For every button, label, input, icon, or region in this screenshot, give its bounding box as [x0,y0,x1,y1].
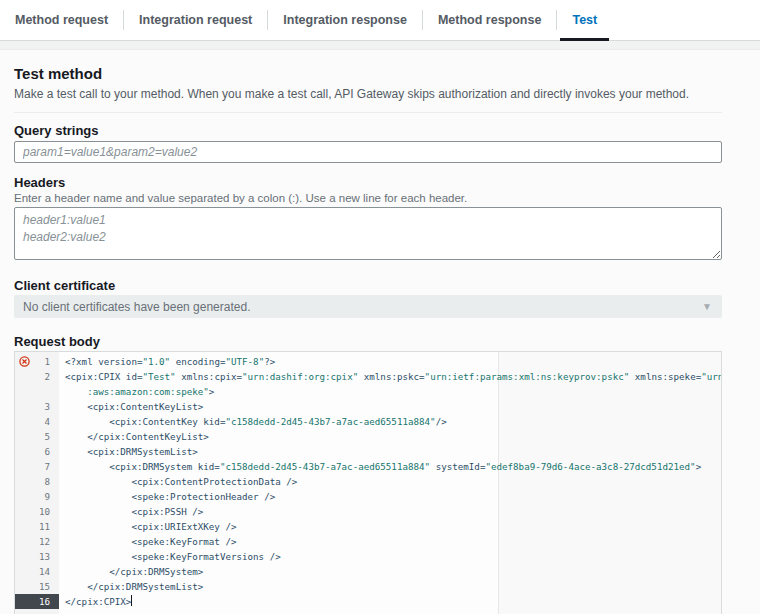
headers-label: Headers [14,175,722,190]
gutter-line-number: 15 [15,579,59,594]
gutter-line-number: 10 [15,504,59,519]
section-divider [14,112,722,113]
code-line-text: <cpix:URIExtXKey /> [59,519,721,534]
gutter-line-number: 3 [15,399,59,414]
code-line-text: <speke:KeyFormat /> [59,534,721,549]
caret-down-icon: ▼ [702,302,712,312]
gutter-line-number: 2 [15,369,59,384]
code-line-16[interactable]: 16</cpix:CPIX> [15,594,721,609]
query-strings-input[interactable] [14,141,722,163]
code-line-text: <cpix:DRMSystem kid="c158dedd-2d45-43b7-… [59,459,721,474]
gutter-line-number: 8 [15,474,59,489]
code-line-text: <?xml version="1.0" encoding="UTF-8"?> [59,354,721,369]
code-line-text: <cpix:ContentKey kid="c158dedd-2d45-43b7… [59,414,721,429]
code-line-text: <cpix:CPIX id="Test" xmlns:cpix="urn:das… [59,369,721,384]
gutter-line-number: 12 [15,534,59,549]
code-line-text: :aws:amazon:com:speke"> [59,384,721,399]
gutter-line-number: 9 [15,489,59,504]
error-icon [19,356,30,367]
method-tab-bar: Method requestIntegration requestIntegra… [0,0,760,41]
code-line-3[interactable]: 3 <cpix:ContentKeyList> [15,399,721,414]
headers-hint: Enter a header name and value separated … [14,192,722,205]
page-background-strip [0,41,760,50]
gutter-line-number: 16 [15,594,59,609]
gutter-line-number [15,384,59,399]
code-line-1[interactable]: 1<?xml version="1.0" encoding="UTF-8"?> [15,354,721,369]
code-line-7[interactable]: 7 <cpix:DRMSystem kid="c158dedd-2d45-43b… [15,459,721,474]
code-line-14[interactable]: 14 </cpix:DRMSystem> [15,564,721,579]
gutter-line-number: 7 [15,459,59,474]
client-certificate-label: Client certificate [14,278,722,293]
gutter-line-number: 13 [15,549,59,564]
tab-integration-request[interactable]: Integration request [124,0,267,40]
code-line-text: <speke:ProtectionHeader /> [59,489,721,504]
code-line-12[interactable]: 12 <speke:KeyFormat /> [15,534,721,549]
code-line-13[interactable]: 13 <speke:KeyFormatVersions /> [15,549,721,564]
client-certificate-select[interactable]: No client certificates have been generat… [14,295,722,318]
code-line-6[interactable]: 6 <cpix:DRMSystemList> [15,444,721,459]
gutter-line-number: 1 [15,354,59,369]
test-method-panel: Test method Make a test call to your met… [0,66,760,614]
headers-textarea[interactable] [14,207,722,260]
gutter-line-number: 11 [15,519,59,534]
gutter-line-number: 6 [15,444,59,459]
code-line-9[interactable]: 9 <speke:ProtectionHeader /> [15,489,721,504]
tab-integration-response[interactable]: Integration response [268,0,422,40]
editor-code-rows: 1<?xml version="1.0" encoding="UTF-8"?>2… [15,352,721,609]
code-line-wrap[interactable]: :aws:amazon:com:speke"> [15,384,721,399]
code-line-4[interactable]: 4 <cpix:ContentKey kid="c158dedd-2d45-43… [15,414,721,429]
gutter-line-number: 5 [15,429,59,444]
gutter-line-number: 14 [15,564,59,579]
code-line-text: </cpix:DRMSystemList> [59,579,721,594]
code-line-text: </cpix:DRMSystem> [59,564,721,579]
tab-test[interactable]: Test [557,0,612,40]
tab-method-response[interactable]: Method response [423,0,557,40]
code-line-5[interactable]: 5 </cpix:ContentKeyList> [15,429,721,444]
code-line-text: <cpix:ContentProtectionData /> [59,474,721,489]
page-description: Make a test call to your method. When yo… [14,87,722,101]
code-line-text: </cpix:CPIX> [59,594,721,609]
text-cursor [131,595,132,606]
client-certificate-value: No client certificates have been generat… [23,300,250,314]
query-strings-label: Query strings [14,123,722,138]
code-line-text: <cpix:ContentKeyList> [59,399,721,414]
request-body-label: Request body [14,334,722,349]
code-line-11[interactable]: 11 <cpix:URIExtXKey /> [15,519,721,534]
code-line-text: <speke:KeyFormatVersions /> [59,549,721,564]
page-title: Test method [14,66,722,82]
gutter-line-number: 4 [15,414,59,429]
code-line-text: <cpix:DRMSystemList> [59,444,721,459]
request-body-editor[interactable]: 1<?xml version="1.0" encoding="UTF-8"?>2… [14,351,722,614]
code-line-15[interactable]: 15 </cpix:DRMSystemList> [15,579,721,594]
code-line-text: </cpix:ContentKeyList> [59,429,721,444]
tab-method-request[interactable]: Method request [0,0,123,40]
code-line-10[interactable]: 10 <cpix:PSSH /> [15,504,721,519]
code-line-2[interactable]: 2<cpix:CPIX id="Test" xmlns:cpix="urn:da… [15,369,721,384]
code-line-text: <cpix:PSSH /> [59,504,721,519]
code-line-8[interactable]: 8 <cpix:ContentProtectionData /> [15,474,721,489]
